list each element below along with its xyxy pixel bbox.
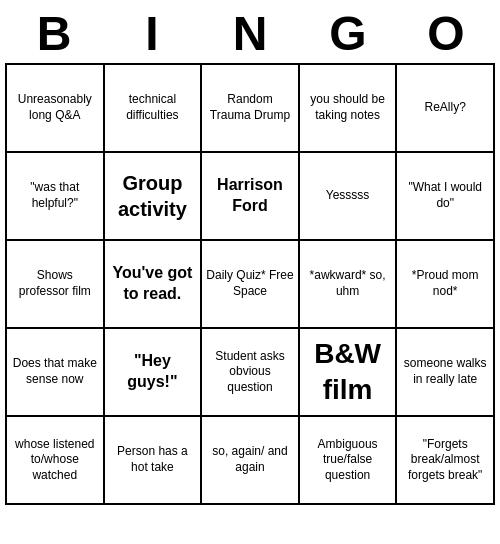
bingo-cell: Student asks obvious question [202, 329, 300, 417]
bingo-cell: Harrison Ford [202, 153, 300, 241]
bingo-cell: "Forgets break/almost forgets break" [397, 417, 495, 505]
bingo-cell: *awkward* so, uhm [300, 241, 398, 329]
bingo-cell: Ambiguous true/false question [300, 417, 398, 505]
bingo-cell: Daily Quiz* Free Space [202, 241, 300, 329]
letter-o: O [401, 6, 491, 61]
bingo-cell: Does that make sense now [7, 329, 105, 417]
bingo-cell: "What I would do" [397, 153, 495, 241]
bingo-cell: Unreasonably long Q&A [7, 65, 105, 153]
letter-b: B [9, 6, 99, 61]
bingo-cell: Person has a hot take [105, 417, 203, 505]
bingo-cell: You've got to read. [105, 241, 203, 329]
bingo-cell: Random Trauma Drump [202, 65, 300, 153]
bingo-title: B I N G O [5, 4, 495, 63]
bingo-cell: Shows professor film [7, 241, 105, 329]
bingo-grid: Unreasonably long Q&Atechnical difficult… [5, 63, 495, 505]
bingo-cell: ReAlly? [397, 65, 495, 153]
bingo-cell: "was that helpful?" [7, 153, 105, 241]
bingo-cell: someone walks in really late [397, 329, 495, 417]
bingo-card: B I N G O Unreasonably long Q&Atechnical… [5, 4, 495, 505]
bingo-cell: Yesssss [300, 153, 398, 241]
bingo-cell: Group activity [105, 153, 203, 241]
bingo-cell: whose listened to/whose watched [7, 417, 105, 505]
bingo-cell: *Proud mom nod* [397, 241, 495, 329]
bingo-cell: you should be taking notes [300, 65, 398, 153]
bingo-cell: so, again/ and again [202, 417, 300, 505]
letter-n: N [205, 6, 295, 61]
bingo-cell: "Hey guys!" [105, 329, 203, 417]
bingo-cell: B&W film [300, 329, 398, 417]
letter-g: G [303, 6, 393, 61]
letter-i: I [107, 6, 197, 61]
bingo-cell: technical difficulties [105, 65, 203, 153]
